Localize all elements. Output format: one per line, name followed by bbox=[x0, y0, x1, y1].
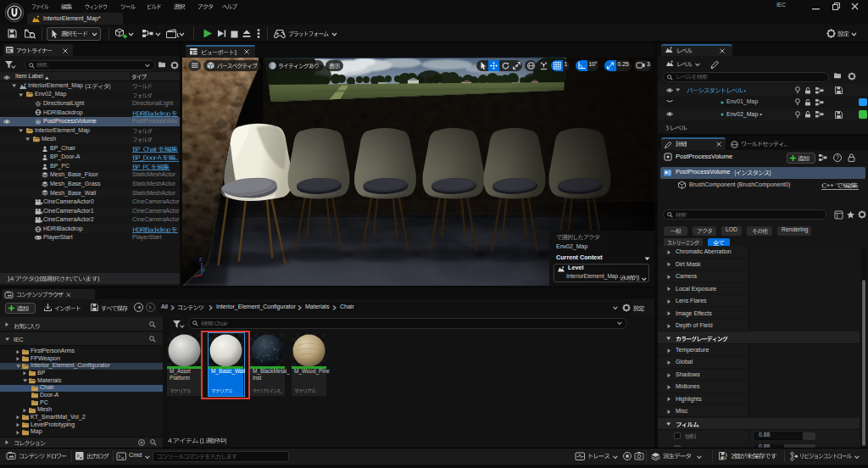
svg-text:Y: Y bbox=[203, 268, 206, 273]
svg-text:?: ? bbox=[836, 154, 839, 160]
svg-text:Z: Z bbox=[199, 257, 203, 262]
